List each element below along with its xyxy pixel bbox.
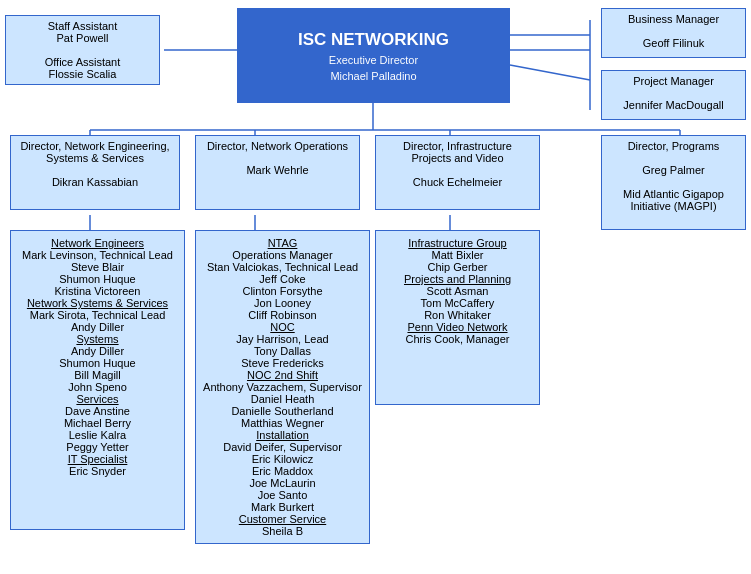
dir-programs-text: Director, ProgramsGreg PalmerMid Atlanti… <box>623 140 724 212</box>
dir-programs-box: Director, ProgramsGreg PalmerMid Atlanti… <box>601 135 746 230</box>
ops-staff-box: NTAG Operations Manager Stan Valciokas, … <box>195 230 370 544</box>
staff-text: Staff Assistant Pat Powell Office Assist… <box>45 20 121 80</box>
exec-dir-name: Michael Palladino <box>330 70 416 82</box>
svg-line-2 <box>510 65 590 80</box>
dir-infra-box: Director, Infrastructure Projects and Vi… <box>375 135 540 210</box>
staff-box: Staff Assistant Pat Powell Office Assist… <box>5 15 160 85</box>
infra-staff-text: Infrastructure Group Matt Bixler Chip Ge… <box>404 237 511 345</box>
biz-manager-text: Business ManagerGeoff Filinuk <box>628 13 719 49</box>
org-title: ISC NETWORKING <box>298 30 449 50</box>
ne-staff-text: Network Engineers Mark Levinson, Technic… <box>22 237 173 477</box>
dir-ne-text: Director, Network Engineering,Systems & … <box>20 140 169 188</box>
main-title-box: ISC NETWORKING Executive Director Michae… <box>237 8 510 103</box>
dir-network-ops-box: Director, Network OperationsMark Wehrle <box>195 135 360 210</box>
exec-dir-label: Executive Director <box>329 54 418 66</box>
proj-manager-text: Project ManagerJennifer MacDougall <box>623 75 723 111</box>
ops-staff-text: NTAG Operations Manager Stan Valciokas, … <box>203 237 362 537</box>
ne-staff-box: Network Engineers Mark Levinson, Technic… <box>10 230 185 530</box>
infra-staff-box: Infrastructure Group Matt Bixler Chip Ge… <box>375 230 540 405</box>
dir-network-eng-box: Director, Network Engineering,Systems & … <box>10 135 180 210</box>
dir-infra-text: Director, Infrastructure Projects and Vi… <box>403 140 512 188</box>
proj-manager-box: Project ManagerJennifer MacDougall <box>601 70 746 120</box>
biz-manager-box: Business ManagerGeoff Filinuk <box>601 8 746 58</box>
dir-ops-text: Director, Network OperationsMark Wehrle <box>207 140 348 176</box>
